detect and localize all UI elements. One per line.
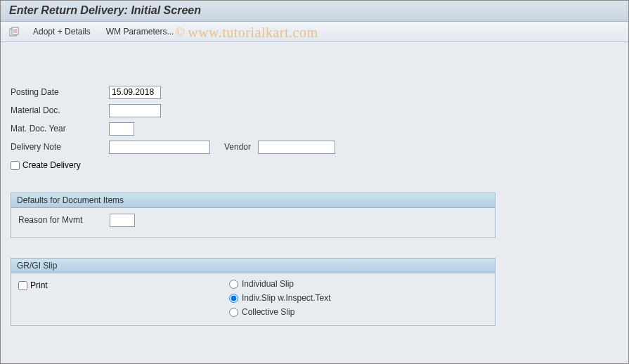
defaults-groupbox: Defaults for Document Items Reason for M… xyxy=(11,193,495,238)
documents-icon[interactable] xyxy=(8,25,22,38)
individual-slip-label: Individual Slip xyxy=(242,279,294,289)
reason-for-mvmt-input[interactable] xyxy=(110,214,135,227)
print-label: Print xyxy=(30,280,48,290)
create-delivery-checkbox[interactable] xyxy=(11,161,20,170)
create-delivery-label: Create Delivery xyxy=(22,160,81,170)
vendor-label: Vendor xyxy=(224,142,251,152)
collective-slip-label: Collective Slip xyxy=(242,307,294,317)
posting-date-input[interactable] xyxy=(109,86,161,99)
defaults-group-title: Defaults for Document Items xyxy=(11,193,495,208)
indiv-inspect-radio[interactable] xyxy=(229,294,238,303)
wm-parameters-button[interactable]: WM Parameters... xyxy=(102,25,179,39)
delivery-note-input[interactable] xyxy=(109,141,210,154)
toolbar: Adopt + Details WM Parameters... xyxy=(1,22,628,42)
material-doc-input[interactable] xyxy=(109,104,161,117)
individual-slip-radio[interactable] xyxy=(229,280,238,289)
print-checkbox[interactable] xyxy=(18,281,27,290)
vendor-input[interactable] xyxy=(258,141,335,154)
mat-doc-year-label: Mat. Doc. Year xyxy=(11,124,109,134)
material-doc-label: Material Doc. xyxy=(11,105,109,115)
content-area: Posting Date Material Doc. Mat. Doc. Yea… xyxy=(1,42,628,336)
reason-for-mvmt-label: Reason for Mvmt xyxy=(18,215,110,225)
page-title: Enter Return Delivery: Initial Screen xyxy=(1,1,628,22)
delivery-note-label: Delivery Note xyxy=(11,142,109,152)
collective-slip-radio[interactable] xyxy=(229,308,238,317)
posting-date-label: Posting Date xyxy=(11,87,109,97)
indiv-inspect-label: Indiv.Slip w.Inspect.Text xyxy=(242,293,331,303)
adopt-details-button[interactable]: Adopt + Details xyxy=(29,25,95,39)
slip-groupbox: GR/GI Slip Print Individual Slip Indiv.S… xyxy=(11,258,495,326)
mat-doc-year-input[interactable] xyxy=(109,122,134,136)
slip-group-title: GR/GI Slip xyxy=(11,259,495,273)
